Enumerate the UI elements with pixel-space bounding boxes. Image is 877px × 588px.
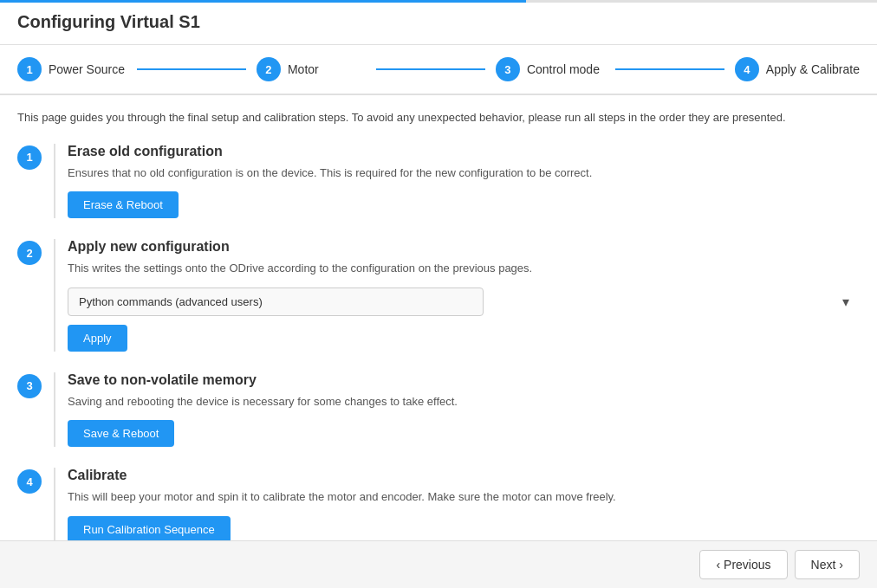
stepper: 1 Power Source 2 Motor 3 Control mode 4 … (0, 45, 877, 95)
step-circle-1: 1 (17, 57, 42, 81)
previous-button[interactable]: ‹ Previous (699, 550, 787, 579)
section-desc-2: This writes the settings onto the ODrive… (68, 260, 860, 277)
save-reboot-button-1[interactable]: Save & Reboot (68, 420, 174, 447)
main-content: This page guides you through the final s… (0, 95, 877, 540)
previous-label: Previous (724, 558, 770, 572)
step-line-3 (615, 68, 724, 70)
footer: ‹ Previous Next › (0, 540, 877, 588)
step-item-2: 2 Motor (257, 57, 366, 81)
step-label-1: Power Source (49, 62, 125, 76)
dropdown-wrapper: Python commands (advanced users) ▾ (68, 288, 860, 316)
step-item-3: 3 Control mode (496, 57, 605, 81)
section-title-3: Save to non-volatile memory (68, 372, 860, 388)
step-label-2: Motor (288, 62, 319, 76)
next-button[interactable]: Next › (795, 550, 860, 579)
step-line-1 (137, 68, 246, 70)
section-desc-4: This will beep your motor and spin it to… (68, 488, 860, 506)
run-calibration-button[interactable]: Run Calibration Sequence (68, 516, 231, 541)
section-desc-1: Ensures that no old configuration is on … (68, 165, 860, 182)
guide-text: This page guides you through the final s… (17, 109, 860, 126)
step-label-3: Control mode (527, 62, 600, 76)
section-title-2: Apply new configuration (68, 239, 860, 255)
page-title: Configuring Virtual S1 (17, 12, 860, 32)
section-title-1: Erase old configuration (68, 144, 860, 159)
erase-reboot-button[interactable]: Erase & Reboot (68, 191, 179, 218)
section-content-4: Calibrate This will beep your motor and … (54, 468, 860, 540)
section-number-3: 3 (17, 374, 42, 398)
step-circle-2: 2 (257, 57, 281, 81)
section-title-4: Calibrate (68, 468, 860, 483)
step-line-2 (376, 68, 485, 70)
title-bar: Configuring Virtual S1 (0, 0, 877, 45)
section-content-3: Save to non-volatile memory Saving and r… (54, 372, 860, 448)
python-commands-dropdown[interactable]: Python commands (advanced users) (68, 288, 484, 316)
next-label: Next (811, 558, 836, 572)
section-number-1: 1 (17, 145, 42, 170)
chevron-left-icon: ‹ (716, 558, 720, 572)
section-number-2: 2 (17, 241, 42, 265)
section-1: 1 Erase old configuration Ensures that n… (17, 144, 860, 219)
step-circle-4: 4 (735, 57, 759, 81)
apply-button[interactable]: Apply (68, 325, 127, 352)
section-number-4: 4 (17, 469, 42, 494)
step-item-1: 1 Power Source (17, 57, 127, 81)
section-2: 2 Apply new configuration This writes th… (17, 239, 860, 352)
section-content-2: Apply new configuration This writes the … (54, 239, 860, 352)
section-4: 4 Calibrate This will beep your motor an… (17, 468, 860, 540)
section-desc-3: Saving and rebooting the device is neces… (68, 393, 860, 410)
section-content-1: Erase old configuration Ensures that no … (54, 144, 860, 219)
dropdown-arrow-icon: ▾ (842, 294, 849, 310)
step-item-4: 4 Apply & Calibrate (735, 57, 860, 81)
chevron-right-icon: › (839, 558, 843, 572)
step-circle-3: 3 (496, 57, 520, 81)
section-3: 3 Save to non-volatile memory Saving and… (17, 372, 860, 448)
step-label-4: Apply & Calibrate (766, 62, 860, 76)
